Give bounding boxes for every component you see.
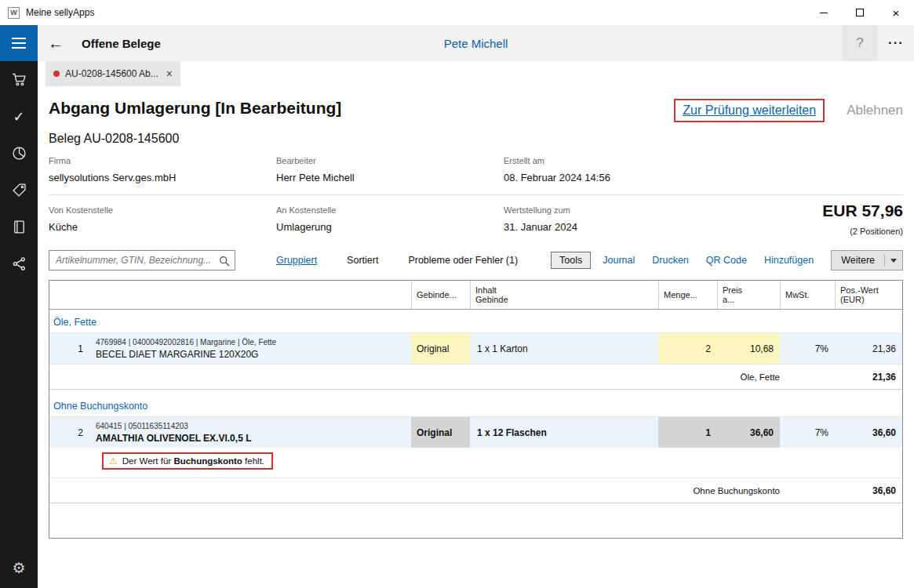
add-link[interactable]: Hinzufügen bbox=[764, 255, 814, 266]
field-an-kostenstelle: An Kostenstelle Umlagerung bbox=[276, 205, 504, 233]
more-actions-dropdown[interactable]: Weitere bbox=[831, 250, 903, 270]
field-label: An Kostenstelle bbox=[276, 205, 504, 215]
table-header-row: Gebinde... InhaltGebinde Menge... Preisa… bbox=[49, 281, 902, 310]
field-label: Firma bbox=[49, 156, 276, 165]
grouped-toggle[interactable]: Gruppiert bbox=[276, 255, 317, 266]
positions-table: Gebinde... InhaltGebinde Menge... Preisa… bbox=[49, 280, 903, 539]
back-button[interactable]: ← bbox=[38, 25, 74, 61]
preis-cell[interactable]: 10,68 bbox=[717, 333, 780, 364]
row-number: 2 bbox=[49, 417, 91, 448]
warning-icon: ⚠ bbox=[109, 456, 118, 466]
tab-document[interactable]: AU-0208-145600 Ab... × bbox=[46, 61, 180, 86]
subtotal-value: 21,36 bbox=[780, 372, 902, 383]
article-meta: 4769984 | 04000492002816 | Margarine | Ö… bbox=[96, 338, 406, 347]
journal-link[interactable]: Journal bbox=[603, 255, 635, 266]
window-titlebar: W Meine sellyApps × bbox=[0, 0, 914, 25]
document-total: EUR 57,96 (2 Positionen) bbox=[822, 201, 903, 236]
reject-button[interactable]: Ablehnen bbox=[847, 103, 903, 118]
help-button[interactable]: ? bbox=[842, 25, 878, 61]
header-inhalt[interactable]: InhaltGebinde bbox=[470, 281, 658, 309]
menge-cell[interactable]: 1 bbox=[658, 417, 717, 448]
field-label: Bearbeiter bbox=[276, 156, 504, 165]
field-value: sellysolutions Serv.ges.mbH bbox=[49, 172, 276, 183]
group-header: Öle, Fette bbox=[49, 310, 902, 332]
pos-wert-cell: 21,36 bbox=[835, 333, 902, 364]
total-amount: EUR 57,96 bbox=[822, 201, 903, 220]
field-bearbeiter: Bearbeiter Herr Pete Michell bbox=[276, 156, 504, 183]
validation-warning: ⚠ Der Wert für Buchungskonto fehlt. bbox=[102, 452, 273, 470]
current-user[interactable]: Pete Michell bbox=[444, 37, 508, 50]
tab-close-icon[interactable]: × bbox=[166, 68, 173, 79]
menu-button[interactable] bbox=[0, 25, 38, 61]
field-von-kostenstelle: Von Kostenstelle Küche bbox=[49, 205, 276, 233]
close-icon: × bbox=[893, 7, 900, 19]
tab-label: AU-0208-145600 Ab... bbox=[65, 68, 158, 79]
unsaved-dot-icon bbox=[53, 71, 60, 77]
preis-cell[interactable]: 36,60 bbox=[717, 417, 780, 448]
more-options-button[interactable]: ··· bbox=[878, 25, 914, 61]
inhalt-cell: 1 x 12 Flaschen bbox=[470, 417, 658, 448]
header-preis[interactable]: Preisa... bbox=[717, 281, 780, 309]
back-arrow-icon: ← bbox=[48, 34, 64, 53]
chevron-down-icon bbox=[885, 259, 902, 263]
article-description: 4769984 | 04000492002816 | Margarine | Ö… bbox=[91, 333, 411, 364]
gebinde-cell[interactable]: Original bbox=[411, 333, 470, 364]
sorted-toggle[interactable]: Sortiert bbox=[347, 255, 378, 266]
more-actions-label: Weitere bbox=[832, 255, 884, 266]
header-pos-wert[interactable]: Pos.-Wert(EUR) bbox=[835, 281, 902, 309]
search-input[interactable] bbox=[49, 251, 235, 270]
field-label: Erstellt am bbox=[504, 156, 731, 165]
sidebar-item-labels[interactable] bbox=[0, 172, 38, 209]
header-number bbox=[49, 281, 91, 309]
minimize-button[interactable] bbox=[806, 0, 842, 25]
qr-code-link[interactable]: QR Code bbox=[706, 255, 747, 266]
search-icon bbox=[218, 255, 231, 267]
row-number: 1 bbox=[49, 333, 91, 364]
warning-text: Der Wert für Buchungskonto fehlt. bbox=[122, 456, 264, 466]
field-row-1: Firma sellysolutions Serv.ges.mbH Bearbe… bbox=[49, 146, 903, 195]
document-number: Beleg AU-0208-145600 bbox=[49, 132, 903, 146]
tab-bar: AU-0208-145600 Ab... × bbox=[38, 61, 914, 86]
header-menge[interactable]: Menge... bbox=[658, 281, 717, 309]
field-value: Herr Pete Michell bbox=[276, 172, 504, 183]
article-name: BECEL DIAET MARGARINE 120X20G bbox=[96, 349, 406, 360]
sidebar-item-tasks[interactable]: ✓ bbox=[0, 98, 38, 135]
field-firma: Firma sellysolutions Serv.ges.mbH bbox=[49, 156, 276, 183]
maximize-button[interactable] bbox=[842, 0, 878, 25]
check-icon: ✓ bbox=[13, 110, 24, 124]
settings-button[interactable]: ⚙ bbox=[0, 552, 38, 583]
maximize-icon bbox=[856, 9, 864, 16]
forward-for-review-button[interactable]: Zur Prüfung weiterleiten bbox=[674, 99, 825, 122]
header-description bbox=[91, 281, 411, 309]
print-link[interactable]: Drucken bbox=[652, 255, 689, 266]
sidebar-item-cart[interactable] bbox=[0, 61, 38, 98]
search-box bbox=[49, 250, 235, 270]
app-header: ← Offene Belege Pete Michell ? ··· bbox=[38, 25, 914, 61]
list-toolbar: Gruppiert Sortiert Probleme oder Fehler … bbox=[49, 250, 903, 270]
window-controls: × bbox=[806, 0, 914, 25]
pie-chart-icon bbox=[11, 145, 27, 162]
menge-cell[interactable]: 2 bbox=[658, 333, 717, 364]
sidebar: ✓ bbox=[0, 25, 38, 588]
problems-filter[interactable]: Probleme oder Fehler (1) bbox=[408, 255, 518, 266]
subtotal-value: 36,60 bbox=[780, 485, 902, 496]
close-button[interactable]: × bbox=[878, 0, 914, 25]
table-row[interactable]: 1 4769984 | 04000492002816 | Margarine |… bbox=[49, 332, 902, 364]
gebinde-cell[interactable]: Original bbox=[411, 417, 470, 448]
document-title: Abgang Umlagerung [In Bearbeitung] bbox=[49, 99, 341, 118]
header-mwst[interactable]: MwSt. bbox=[780, 281, 835, 309]
tools-button[interactable]: Tools bbox=[551, 252, 591, 269]
window-title: Meine sellyApps bbox=[26, 7, 94, 18]
field-erstellt-am: Erstellt am 08. Februar 2024 14:56 bbox=[504, 156, 731, 183]
tag-icon bbox=[11, 182, 27, 198]
document-view: Abgang Umlagerung [In Bearbeitung] Zur P… bbox=[38, 86, 914, 588]
subtotal-label: Ohne Buchungskonto bbox=[49, 486, 780, 495]
sidebar-item-reports[interactable] bbox=[0, 135, 38, 172]
mwst-cell: 7% bbox=[780, 333, 835, 364]
field-label: Wertstellung zum bbox=[504, 205, 731, 215]
sidebar-item-share[interactable] bbox=[0, 245, 38, 282]
minimize-icon bbox=[820, 13, 828, 13]
header-gebinde[interactable]: Gebinde... bbox=[411, 281, 470, 309]
sidebar-item-journal[interactable] bbox=[0, 209, 38, 245]
table-row[interactable]: 2 640415 | 05011635114203 AMALTHIA OLIVE… bbox=[49, 416, 902, 448]
